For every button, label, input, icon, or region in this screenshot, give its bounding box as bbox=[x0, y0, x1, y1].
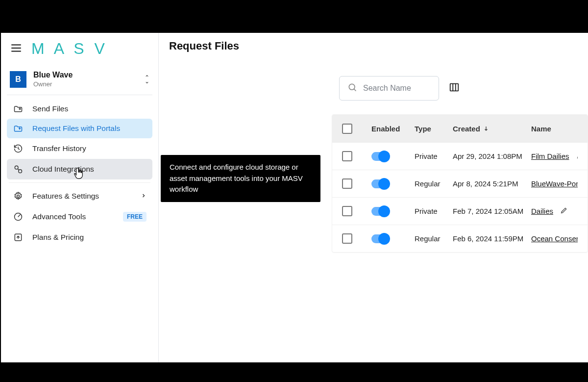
columns-button[interactable] bbox=[449, 82, 460, 95]
row-checkbox[interactable] bbox=[342, 178, 352, 189]
table-header: Enabled Type Created Name bbox=[332, 115, 588, 142]
portals-table: Enabled Type Created Name PrivateApr 29,… bbox=[332, 114, 588, 253]
team-role: Owner bbox=[33, 80, 73, 88]
enabled-toggle[interactable] bbox=[371, 234, 389, 243]
select-all-checkbox[interactable] bbox=[342, 124, 352, 134]
chevron-right-icon bbox=[141, 192, 147, 201]
edit-icon[interactable] bbox=[560, 206, 568, 216]
row-name-link[interactable]: BlueWave-Portal-54 bbox=[531, 179, 578, 188]
row-checkbox[interactable] bbox=[342, 233, 352, 244]
row-type: Regular bbox=[415, 179, 453, 188]
upgrade-icon bbox=[13, 232, 24, 242]
row-type: Private bbox=[415, 152, 453, 160]
team-name: Blue Wave bbox=[33, 71, 73, 79]
svg-point-4 bbox=[19, 170, 22, 173]
row-created: Feb 6, 2024 11:59PM bbox=[453, 234, 531, 243]
table-row: PrivateApr 29, 2024 1:08PMFilm Dailies bbox=[332, 142, 588, 170]
sidebar-item-label: Request Files with Portals bbox=[32, 124, 120, 133]
row-created: Apr 8, 2024 5:21PM bbox=[453, 179, 531, 188]
svg-point-8 bbox=[349, 84, 355, 90]
row-name-link[interactable]: Film Dailies bbox=[531, 152, 569, 160]
sidebar-item-send-files[interactable]: Send Files bbox=[7, 99, 152, 119]
row-type: Regular bbox=[415, 234, 453, 243]
row-name-link[interactable]: Ocean Conservation bbox=[531, 234, 578, 243]
edit-icon[interactable] bbox=[576, 152, 578, 161]
chevron-up-down-icon: ⌃⌄ bbox=[145, 76, 149, 83]
table-row: RegularFeb 6, 2024 11:59PMOcean Conserva… bbox=[332, 225, 588, 252]
team-switcher[interactable]: B Blue Wave Owner ⌃⌄ bbox=[7, 68, 152, 95]
sidebar-item-label: Transfer History bbox=[32, 144, 86, 153]
cloud-integrations-tooltip: Connect and configure cloud storage or a… bbox=[161, 155, 320, 202]
row-created: Apr 29, 2024 1:08PM bbox=[453, 152, 531, 160]
search-box[interactable] bbox=[339, 76, 439, 101]
letterbox-top bbox=[0, 0, 588, 20]
free-badge: FREE bbox=[123, 212, 147, 222]
sidebar: M A S V B Blue Wave Owner ⌃⌄ Send Files bbox=[1, 33, 159, 362]
sidebar-item-features-settings[interactable]: Features & Settings bbox=[7, 186, 152, 206]
row-name-link[interactable]: Dailies bbox=[531, 207, 553, 215]
search-input[interactable] bbox=[363, 84, 431, 93]
sidebar-item-label: Advanced Tools bbox=[32, 212, 86, 221]
sidebar-item-cloud-integrations[interactable]: Cloud Integrations bbox=[7, 159, 152, 179]
svg-line-9 bbox=[354, 89, 356, 91]
table-row: PrivateFeb 7, 2024 12:05AMDailies bbox=[332, 197, 588, 225]
nav-divider bbox=[9, 182, 150, 183]
row-created: Feb 7, 2024 12:05AM bbox=[453, 207, 531, 215]
gauge-icon bbox=[13, 212, 24, 222]
brand-logo: M A S V bbox=[31, 40, 108, 58]
search-icon bbox=[347, 82, 357, 94]
sidebar-item-transfer-history[interactable]: Transfer History bbox=[7, 138, 152, 159]
menu-icon[interactable] bbox=[10, 42, 23, 56]
sidebar-item-plans-pricing[interactable]: Plans & Pricing bbox=[7, 227, 152, 248]
sidebar-item-label: Cloud Integrations bbox=[32, 165, 94, 174]
sidebar-item-label: Plans & Pricing bbox=[32, 233, 84, 242]
column-header-name[interactable]: Name bbox=[531, 125, 578, 133]
sidebar-item-advanced-tools[interactable]: Advanced Tools FREE bbox=[7, 206, 152, 227]
svg-rect-10 bbox=[450, 84, 459, 91]
svg-point-3 bbox=[15, 166, 18, 169]
row-checkbox[interactable] bbox=[342, 151, 352, 161]
table-toolbar bbox=[339, 76, 588, 101]
enabled-toggle[interactable] bbox=[371, 207, 389, 216]
column-header-type[interactable]: Type bbox=[415, 125, 453, 133]
row-checkbox[interactable] bbox=[342, 206, 352, 216]
column-header-created-label: Created bbox=[453, 125, 480, 133]
column-header-created[interactable]: Created bbox=[453, 125, 531, 133]
folder-receive-icon bbox=[13, 124, 24, 133]
sidebar-item-label: Send Files bbox=[32, 104, 68, 113]
enabled-toggle[interactable] bbox=[371, 179, 389, 188]
sidebar-item-request-files[interactable]: Request Files with Portals bbox=[7, 119, 152, 138]
folder-send-icon bbox=[13, 104, 24, 113]
letterbox-bottom bbox=[0, 362, 588, 382]
table-row: RegularApr 8, 2024 5:21PMBlueWave-Portal… bbox=[332, 170, 588, 197]
sort-desc-icon bbox=[483, 125, 489, 133]
column-header-enabled[interactable]: Enabled bbox=[371, 125, 415, 133]
integrations-icon bbox=[13, 164, 24, 174]
sidebar-item-label: Features & Settings bbox=[32, 192, 99, 201]
sidebar-nav: Send Files Request Files with Portals Tr… bbox=[1, 95, 158, 252]
history-icon bbox=[13, 144, 24, 153]
row-type: Private bbox=[415, 207, 453, 215]
enabled-toggle[interactable] bbox=[371, 152, 389, 161]
gear-icon bbox=[13, 191, 24, 201]
page-title: Request Files bbox=[169, 40, 588, 52]
svg-point-5 bbox=[17, 195, 20, 198]
team-avatar: B bbox=[10, 71, 26, 88]
